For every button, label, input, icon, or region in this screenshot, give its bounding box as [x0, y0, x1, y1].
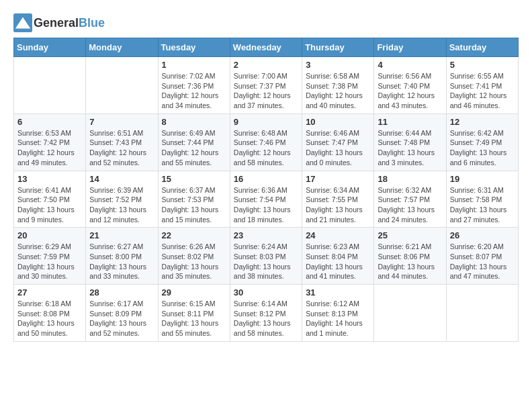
- weekday-header-saturday: Saturday: [446, 38, 518, 57]
- calendar-cell: [446, 285, 518, 342]
- day-number: 2: [234, 60, 298, 70]
- calendar-cell: 19Sunrise: 6:31 AMSunset: 7:58 PMDayligh…: [446, 171, 518, 228]
- calendar-cell: [14, 57, 86, 114]
- day-info: Sunrise: 6:58 AMSunset: 7:38 PMDaylight:…: [306, 71, 370, 111]
- day-info: Sunrise: 7:02 AMSunset: 7:36 PMDaylight:…: [162, 71, 226, 111]
- day-info: Sunrise: 6:15 AMSunset: 8:11 PMDaylight:…: [162, 299, 226, 338]
- day-number: 18: [378, 174, 442, 184]
- day-number: 16: [234, 174, 298, 184]
- logo-icon: [13, 13, 32, 32]
- calendar-cell: 8Sunrise: 6:49 AMSunset: 7:44 PMDaylight…: [158, 113, 230, 171]
- day-number: 28: [89, 287, 154, 298]
- day-number: 20: [17, 230, 82, 240]
- day-info: Sunrise: 6:14 AMSunset: 8:12 PMDaylight:…: [234, 299, 298, 338]
- calendar-cell: 14Sunrise: 6:39 AMSunset: 7:52 PMDayligh…: [86, 171, 158, 228]
- day-number: 29: [162, 287, 226, 298]
- day-info: Sunrise: 6:56 AMSunset: 7:40 PMDaylight:…: [378, 71, 442, 111]
- day-number: 31: [306, 287, 370, 298]
- day-number: 26: [450, 230, 515, 240]
- day-info: Sunrise: 6:31 AMSunset: 7:58 PMDaylight:…: [450, 185, 515, 225]
- day-info: Sunrise: 6:34 AMSunset: 7:55 PMDaylight:…: [306, 185, 370, 225]
- day-info: Sunrise: 6:27 AMSunset: 8:00 PMDaylight:…: [89, 242, 154, 281]
- day-info: Sunrise: 6:24 AMSunset: 8:03 PMDaylight:…: [234, 242, 298, 281]
- day-info: Sunrise: 6:37 AMSunset: 7:53 PMDaylight:…: [162, 185, 226, 225]
- calendar-cell: 28Sunrise: 6:17 AMSunset: 8:09 PMDayligh…: [86, 285, 158, 342]
- day-info: Sunrise: 6:48 AMSunset: 7:46 PMDaylight:…: [234, 128, 298, 168]
- day-number: 21: [89, 230, 154, 240]
- day-number: 30: [234, 287, 298, 298]
- day-number: 22: [162, 230, 226, 240]
- day-info: Sunrise: 6:53 AMSunset: 7:42 PMDaylight:…: [17, 128, 82, 168]
- day-number: 5: [450, 60, 515, 70]
- calendar-cell: 12Sunrise: 6:42 AMSunset: 7:49 PMDayligh…: [446, 113, 518, 171]
- calendar-cell: 18Sunrise: 6:32 AMSunset: 7:57 PMDayligh…: [374, 171, 446, 228]
- calendar-cell: 5Sunrise: 6:55 AMSunset: 7:41 PMDaylight…: [446, 57, 518, 114]
- calendar-cell: 31Sunrise: 6:12 AMSunset: 8:13 PMDayligh…: [302, 285, 374, 342]
- day-number: 8: [162, 117, 226, 127]
- calendar-cell: 29Sunrise: 6:15 AMSunset: 8:11 PMDayligh…: [158, 285, 230, 342]
- day-info: Sunrise: 6:18 AMSunset: 8:08 PMDaylight:…: [17, 299, 82, 338]
- day-number: 19: [450, 174, 515, 184]
- calendar-cell: 22Sunrise: 6:26 AMSunset: 8:02 PMDayligh…: [158, 228, 230, 285]
- day-info: Sunrise: 6:55 AMSunset: 7:41 PMDaylight:…: [450, 71, 515, 111]
- day-info: Sunrise: 6:29 AMSunset: 7:59 PMDaylight:…: [17, 242, 82, 281]
- calendar-cell: 30Sunrise: 6:14 AMSunset: 8:12 PMDayligh…: [230, 285, 302, 342]
- calendar-cell: 16Sunrise: 6:36 AMSunset: 7:54 PMDayligh…: [230, 171, 302, 228]
- calendar-cell: 9Sunrise: 6:48 AMSunset: 7:46 PMDaylight…: [230, 113, 302, 171]
- calendar-cell: 24Sunrise: 6:23 AMSunset: 8:04 PMDayligh…: [302, 228, 374, 285]
- weekday-header-sunday: Sunday: [14, 38, 86, 57]
- calendar-cell: 17Sunrise: 6:34 AMSunset: 7:55 PMDayligh…: [302, 171, 374, 228]
- day-number: 10: [306, 117, 370, 127]
- calendar-cell: 4Sunrise: 6:56 AMSunset: 7:40 PMDaylight…: [374, 57, 446, 114]
- calendar-cell: 26Sunrise: 6:20 AMSunset: 8:07 PMDayligh…: [446, 228, 518, 285]
- day-number: 9: [234, 117, 298, 127]
- day-number: 11: [378, 117, 442, 127]
- calendar-cell: [86, 57, 158, 114]
- day-info: Sunrise: 6:26 AMSunset: 8:02 PMDaylight:…: [162, 242, 226, 281]
- logo: GeneralBlue: [13, 13, 105, 32]
- day-info: Sunrise: 6:36 AMSunset: 7:54 PMDaylight:…: [234, 185, 298, 225]
- weekday-header-monday: Monday: [86, 38, 158, 57]
- day-info: Sunrise: 6:44 AMSunset: 7:48 PMDaylight:…: [378, 128, 442, 168]
- day-number: 7: [89, 117, 154, 127]
- calendar-table: SundayMondayTuesdayWednesdayThursdayFrid…: [13, 38, 519, 342]
- calendar-cell: 2Sunrise: 7:00 AMSunset: 7:37 PMDaylight…: [230, 57, 302, 114]
- day-info: Sunrise: 6:49 AMSunset: 7:44 PMDaylight:…: [162, 128, 226, 168]
- day-number: 14: [89, 174, 154, 184]
- day-info: Sunrise: 6:42 AMSunset: 7:49 PMDaylight:…: [450, 128, 515, 168]
- calendar-cell: 23Sunrise: 6:24 AMSunset: 8:03 PMDayligh…: [230, 228, 302, 285]
- day-number: 4: [378, 60, 442, 70]
- calendar-cell: 3Sunrise: 6:58 AMSunset: 7:38 PMDaylight…: [302, 57, 374, 114]
- day-number: 27: [17, 287, 82, 298]
- day-info: Sunrise: 6:12 AMSunset: 8:13 PMDaylight:…: [306, 299, 370, 338]
- day-info: Sunrise: 6:20 AMSunset: 8:07 PMDaylight:…: [450, 242, 515, 281]
- day-info: Sunrise: 6:17 AMSunset: 8:09 PMDaylight:…: [89, 299, 154, 338]
- page-header: GeneralBlue: [13, 13, 519, 32]
- calendar-cell: 7Sunrise: 6:51 AMSunset: 7:43 PMDaylight…: [86, 113, 158, 171]
- calendar-cell: 25Sunrise: 6:21 AMSunset: 8:06 PMDayligh…: [374, 228, 446, 285]
- day-info: Sunrise: 6:41 AMSunset: 7:50 PMDaylight:…: [17, 185, 82, 225]
- day-number: 3: [306, 60, 370, 70]
- day-number: 12: [450, 117, 515, 127]
- calendar-cell: 20Sunrise: 6:29 AMSunset: 7:59 PMDayligh…: [14, 228, 86, 285]
- day-info: Sunrise: 6:46 AMSunset: 7:47 PMDaylight:…: [306, 128, 370, 168]
- day-number: 1: [162, 60, 226, 70]
- weekday-header-wednesday: Wednesday: [230, 38, 302, 57]
- calendar-cell: 21Sunrise: 6:27 AMSunset: 8:00 PMDayligh…: [86, 228, 158, 285]
- day-info: Sunrise: 6:21 AMSunset: 8:06 PMDaylight:…: [378, 242, 442, 281]
- day-info: Sunrise: 6:39 AMSunset: 7:52 PMDaylight:…: [89, 185, 154, 225]
- day-number: 23: [234, 230, 298, 240]
- day-number: 6: [17, 117, 82, 127]
- calendar-cell: 10Sunrise: 6:46 AMSunset: 7:47 PMDayligh…: [302, 113, 374, 171]
- calendar-cell: 6Sunrise: 6:53 AMSunset: 7:42 PMDaylight…: [14, 113, 86, 171]
- day-number: 25: [378, 230, 442, 240]
- day-info: Sunrise: 6:23 AMSunset: 8:04 PMDaylight:…: [306, 242, 370, 281]
- calendar-cell: 1Sunrise: 7:02 AMSunset: 7:36 PMDaylight…: [158, 57, 230, 114]
- logo-text: GeneralBlue: [34, 16, 105, 30]
- day-info: Sunrise: 7:00 AMSunset: 7:37 PMDaylight:…: [234, 71, 298, 111]
- weekday-header-tuesday: Tuesday: [158, 38, 230, 57]
- day-info: Sunrise: 6:32 AMSunset: 7:57 PMDaylight:…: [378, 185, 442, 225]
- calendar-cell: [374, 285, 446, 342]
- calendar-cell: 11Sunrise: 6:44 AMSunset: 7:48 PMDayligh…: [374, 113, 446, 171]
- weekday-header-friday: Friday: [374, 38, 446, 57]
